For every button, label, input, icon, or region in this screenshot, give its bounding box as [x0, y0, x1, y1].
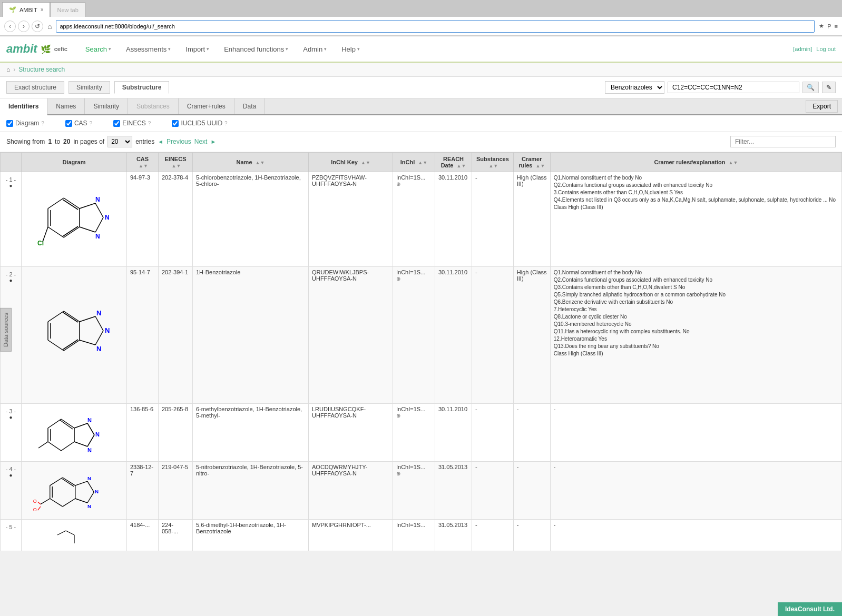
substructure-tab[interactable]: Substructure	[114, 81, 170, 94]
nav-assessments[interactable]: Assessments ▾	[119, 41, 178, 57]
col-einecs[interactable]: EINECS ▲▼	[159, 153, 193, 172]
search-icon-button[interactable]: 🔍	[802, 82, 819, 93]
cramer-rules-1: High (Class III)	[513, 172, 550, 267]
tab-similarity[interactable]: Similarity	[85, 98, 128, 114]
checkbox-cas[interactable]: CAS ?	[65, 120, 92, 127]
results-table: Diagram CAS ▲▼ EINECS ▲▼ Name ▲▼ InChI K…	[0, 152, 842, 551]
filter-input[interactable]	[730, 136, 836, 147]
cas-label: CAS	[74, 120, 87, 127]
browser-tab-inactive[interactable]: New tab	[50, 2, 85, 17]
structure-select[interactable]: Benzotriazoles	[605, 81, 664, 94]
nav-enhanced-functions[interactable]: Enhanced functions ▾	[217, 41, 296, 57]
app-header: ambit 🌿 cefic Search ▾ Assessments ▾ Imp…	[0, 36, 842, 63]
inchi-sort-icon: ▲▼	[418, 160, 427, 165]
col-name[interactable]: Name ▲▼	[193, 153, 309, 172]
logout-link[interactable]: Log out	[816, 46, 836, 52]
breadcrumb-structure-search[interactable]: Structure search	[18, 66, 65, 73]
inchi-4[interactable]: InChI=1S... ⊕	[393, 462, 435, 520]
export-button[interactable]: Export	[806, 100, 838, 113]
edit-structure-button[interactable]: ✎	[822, 82, 836, 93]
next-page-arrow[interactable]: ►	[210, 138, 216, 145]
star-icon[interactable]: ★	[819, 23, 824, 29]
tab-close-button[interactable]: ×	[41, 7, 44, 13]
url-input[interactable]	[56, 20, 815, 33]
exact-structure-tab[interactable]: Exact structure	[6, 81, 64, 94]
svg-line-0	[48, 227, 64, 237]
cramer-rules-2: High (Class III)	[513, 267, 550, 404]
col-cas[interactable]: CAS ▲▼	[127, 153, 159, 172]
einecs-checkbox[interactable]	[113, 120, 120, 127]
nav-admin[interactable]: Admin ▾	[296, 41, 334, 57]
diagram-checkbox[interactable]	[6, 120, 13, 127]
svg-line-26	[63, 340, 78, 350]
diagram-help-icon[interactable]: ?	[41, 121, 44, 126]
inchi-copy-icon-3[interactable]: ⊕	[396, 413, 400, 419]
row-number-3: - 3 -	[4, 408, 18, 414]
cas-1: 94-97-3	[127, 172, 159, 267]
page-to: 20	[63, 138, 70, 145]
profile-icon[interactable]: P	[827, 23, 831, 29]
cramer-explanation-1: Q1.Normal constituent of the body NoQ2.C…	[550, 172, 841, 267]
svg-line-20	[48, 311, 64, 322]
forward-button[interactable]: ›	[18, 21, 30, 32]
refresh-button[interactable]: ↺	[32, 21, 43, 32]
nav-import[interactable]: Import ▾	[178, 41, 217, 57]
col-cramer-explanation[interactable]: Cramer rules#explanation ▲▼	[550, 153, 841, 172]
cramer-rules-5: -	[513, 520, 550, 551]
reach-date-3: 30.11.2010	[435, 404, 472, 462]
substances-4: -	[472, 462, 514, 520]
inchi-1[interactable]: InChI=1S... ⊕	[393, 172, 435, 267]
admin-link[interactable]: [admin]	[793, 46, 812, 52]
checkbox-iuclid5[interactable]: IUCLID5 UUID ?	[172, 120, 227, 127]
structure-text-input[interactable]	[668, 82, 799, 93]
col-cramer-rules[interactable]: Cramer rules ▲▼	[513, 153, 550, 172]
browser-tab-active[interactable]: 🌱 AMBIT ×	[2, 2, 50, 17]
nav-help[interactable]: Help ▾	[334, 41, 367, 57]
similarity-tab[interactable]: Similarity	[68, 81, 110, 94]
inchi-key-2: QRUDEWIWKLJBPS-UHFFFAOYSA-N	[309, 267, 393, 404]
col-inchi-key[interactable]: InChI Key ▲▼	[309, 153, 393, 172]
inchi-copy-icon-4[interactable]: ⊕	[396, 471, 400, 476]
row-num-cell: - 3 - ●	[1, 404, 22, 462]
inchi-copy-icon-2[interactable]: ⊕	[396, 276, 400, 282]
col-reach-date[interactable]: REACH Date ▲▼	[435, 153, 472, 172]
checkbox-einecs[interactable]: EINECS ?	[113, 120, 151, 127]
iuclid5-checkbox[interactable]	[172, 120, 179, 127]
tab-identifiers[interactable]: Identifiers	[0, 98, 47, 115]
col-substances[interactable]: Substances ▲▼	[472, 153, 514, 172]
svg-text:N: N	[95, 431, 100, 438]
inchi-copy-icon-1[interactable]: ⊕	[396, 181, 400, 187]
svg-line-25	[63, 312, 78, 322]
back-button[interactable]: ‹	[4, 21, 16, 32]
home-icon[interactable]: ⌂	[47, 22, 52, 31]
tab-cramer-rules[interactable]: Cramer+rules	[179, 98, 234, 114]
checkbox-diagram[interactable]: Diagram ?	[6, 120, 44, 127]
tab-title: AMBIT	[19, 7, 37, 13]
next-page-link[interactable]: Next	[194, 138, 208, 145]
data-sources-tab[interactable]: Data sources	[0, 308, 12, 352]
svg-line-36	[48, 419, 61, 428]
menu-icon[interactable]: ≡	[835, 23, 838, 29]
cas-checkbox[interactable]	[65, 120, 72, 127]
einecs-help-icon[interactable]: ?	[148, 121, 151, 126]
previous-page-arrow[interactable]: ◄	[158, 138, 163, 145]
iuclid5-help-icon[interactable]: ?	[224, 121, 228, 126]
nav-assessments-arrow: ▾	[168, 46, 171, 52]
tab-names[interactable]: Names	[47, 98, 85, 114]
nav-search[interactable]: Search ▾	[78, 41, 119, 57]
svg-line-43	[87, 423, 94, 435]
previous-page-link[interactable]: Previous	[167, 138, 191, 145]
page-size-select[interactable]: 20 50 100	[107, 136, 132, 147]
tab-data[interactable]: Data	[234, 98, 265, 114]
cas-help-icon[interactable]: ?	[90, 121, 93, 126]
row-number-5: - 5 -	[4, 524, 18, 530]
inchi-2[interactable]: InChI=1S... ⊕	[393, 267, 435, 404]
cramer-explanation-2: Q1.Normal constituent of the body NoQ2.C…	[550, 267, 841, 404]
svg-line-59	[87, 481, 93, 492]
svg-line-30	[80, 340, 95, 345]
home-breadcrumb-icon[interactable]: ⌂	[6, 66, 10, 73]
inchi-3[interactable]: InChI=1S... ⊕	[393, 404, 435, 462]
svg-line-68	[37, 502, 40, 504]
col-inchi[interactable]: InChI ▲▼	[393, 153, 435, 172]
substances-2: -	[472, 267, 514, 404]
